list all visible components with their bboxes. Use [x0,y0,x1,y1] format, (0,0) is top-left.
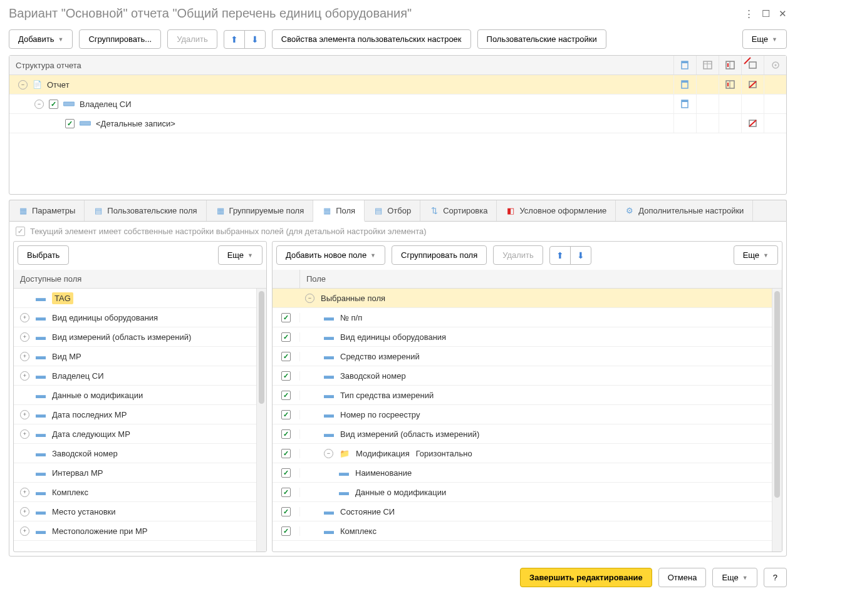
selected-field-row[interactable]: ✓▬Средство измерений [273,347,772,366]
selected-field-row[interactable]: ✓▬Тип средства измерений [273,386,772,405]
expander-icon[interactable]: − [305,294,314,303]
expander-icon[interactable]: + [20,526,29,536]
selected-field-row[interactable]: ✓▬№ п/п [273,308,772,327]
move-down-button[interactable]: ⬇ [244,30,266,49]
expander-icon[interactable]: − [324,449,333,458]
user-settings-button[interactable]: Пользовательские настройки [477,29,606,49]
expander-icon[interactable]: + [20,507,29,516]
expander-icon[interactable]: − [34,100,44,109]
right-more-button[interactable]: Еще▼ [734,245,778,265]
group-button[interactable]: Сгруппировать... [79,29,161,49]
available-field-row[interactable]: ▬Заводской номер [14,444,256,463]
expander-icon[interactable]: + [20,352,29,361]
expander-icon[interactable]: + [20,313,29,322]
checkbox[interactable]: ✓ [49,100,58,109]
finish-editing-button[interactable]: Завершить редактирование [520,568,652,587]
structure-row[interactable]: −📄Отчет [9,75,786,95]
group-fields-button[interactable]: Сгруппировать поля [392,245,487,265]
tab-1[interactable]: ▤Пользовательские поля [85,200,206,221]
available-field-row[interactable]: +▬Местоположение при МР [14,521,256,541]
expander-icon[interactable]: + [20,332,29,342]
hint-checkbox[interactable]: ✓ [16,227,25,236]
selected-field-row[interactable]: ✓▬Наименование [273,463,772,483]
close-icon[interactable]: ✕ [779,8,787,19]
row-status-icon[interactable] [764,95,786,113]
row-status-icon[interactable] [741,114,764,133]
selected-field-row[interactable]: ✓−📁МодификацияГоризонтально [273,444,772,463]
available-field-row[interactable]: +▬Вид единицы оборудования [14,308,256,327]
tab-4[interactable]: ▤Отбор [365,200,420,221]
structure-row[interactable]: ✓<Детальные записи> [9,114,786,133]
delete-field-button[interactable]: Удалить [493,245,543,265]
checkbox[interactable]: ✓ [281,391,291,400]
element-props-button[interactable]: Свойства элемента пользовательских настр… [272,29,471,49]
scrollbar[interactable] [256,289,266,552]
row-status-icon[interactable] [673,95,696,113]
left-more-button[interactable]: Еще▼ [218,245,262,265]
row-status-icon[interactable] [719,95,741,113]
add-new-field-button[interactable]: Добавить новое поле▼ [276,245,385,265]
available-field-row[interactable]: +▬Дата последних МР [14,405,256,424]
move-up-button[interactable]: ⬆ [224,30,245,49]
selected-field-row[interactable]: ✓▬Комплекс [273,521,772,541]
checkbox[interactable]: ✓ [281,429,291,439]
row-status-icon[interactable] [673,114,696,133]
available-field-row[interactable]: +▬Дата следующих МР [14,424,256,444]
cancel-button[interactable]: Отмена [658,568,707,587]
checkbox[interactable]: ✓ [281,313,291,322]
available-field-row[interactable]: ▬TAG [14,289,256,308]
scrollbar[interactable] [772,289,782,552]
checkbox[interactable]: ✓ [281,507,291,516]
checkbox[interactable]: ✓ [281,468,291,478]
available-field-row[interactable]: +▬Владелец СИ [14,366,256,386]
available-field-row[interactable]: +▬Вид измерений (область измерений) [14,327,256,347]
delete-button[interactable]: Удалить [167,29,217,49]
expander-icon[interactable]: + [20,371,29,381]
expander-icon[interactable]: − [18,80,28,90]
selected-field-row[interactable]: ✓▬Номер по госреестру [273,405,772,424]
maximize-icon[interactable]: ☐ [762,8,770,19]
tab-5[interactable]: ⇅Сортировка [420,200,497,221]
available-field-row[interactable]: +▬Вид МР [14,347,256,366]
help-button[interactable]: ? [764,568,787,587]
tab-7[interactable]: ⚙Дополнительные настройки [616,200,753,221]
checkbox[interactable]: ✓ [281,352,291,361]
select-button[interactable]: Выбрать [18,245,69,265]
col-icon-4[interactable] [741,56,764,74]
expander-icon[interactable]: + [20,429,29,439]
kebab-icon[interactable]: ⋮ [744,8,753,19]
row-status-icon[interactable] [673,75,696,94]
selected-field-row[interactable]: ✓▬Данные о модификации [273,483,772,502]
row-status-icon[interactable] [741,95,764,113]
col-icon-2[interactable] [696,56,719,74]
row-status-icon[interactable] [719,75,741,94]
tab-2[interactable]: ▦Группируемые поля [207,200,314,221]
selected-fields-group[interactable]: −Выбранные поля [273,289,772,308]
more-button[interactable]: Еще▼ [742,29,787,49]
available-field-row[interactable]: ▬Данные о модификации [14,386,256,405]
checkbox[interactable]: ✓ [281,410,291,419]
selected-field-row[interactable]: ✓▬Вид единицы оборудования [273,327,772,347]
available-field-row[interactable]: ▬Интервал МР [14,463,256,483]
col-icon-5[interactable] [764,56,786,74]
tab-6[interactable]: ◧Условное оформление [497,200,616,221]
row-status-icon[interactable] [696,75,719,94]
col-icon-3[interactable] [719,56,741,74]
field-move-up-button[interactable]: ⬆ [549,246,571,265]
checkbox[interactable]: ✓ [281,332,291,342]
checkbox[interactable]: ✓ [65,119,75,128]
row-status-icon[interactable] [719,114,741,133]
expander-icon[interactable]: + [20,488,29,497]
add-button[interactable]: Добавить▼ [9,29,73,49]
footer-more-button[interactable]: Еще▼ [712,568,757,587]
checkbox[interactable]: ✓ [281,449,291,458]
col-icon-1[interactable] [673,56,696,74]
selected-field-row[interactable]: ✓▬Состояние СИ [273,502,772,521]
selected-field-row[interactable]: ✓▬Заводской номер [273,366,772,386]
available-field-row[interactable]: +▬Место установки [14,502,256,521]
row-status-icon[interactable] [764,114,786,133]
checkbox[interactable]: ✓ [281,371,291,381]
row-status-icon[interactable] [764,75,786,94]
row-status-icon[interactable] [696,95,719,113]
expander-icon[interactable]: + [20,410,29,419]
